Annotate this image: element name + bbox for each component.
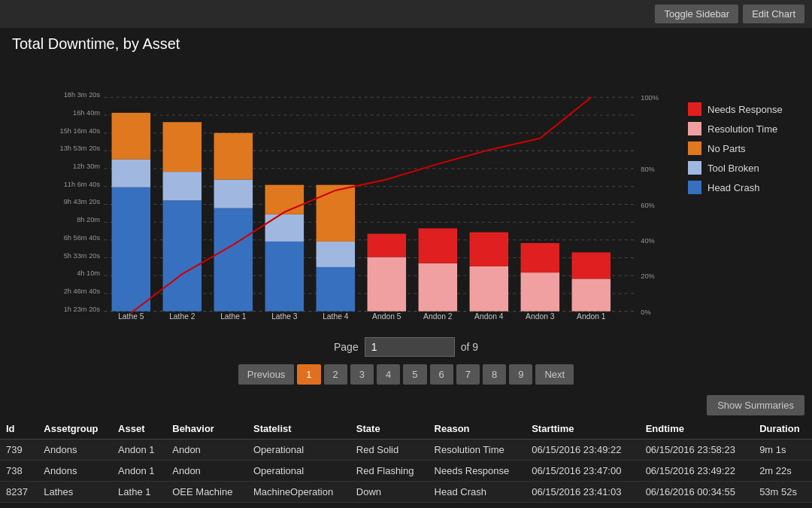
- no-parts-swatch: [688, 141, 701, 155]
- svg-rect-55: [572, 278, 611, 311]
- page-6-button[interactable]: 6: [430, 364, 453, 385]
- svg-text:0%: 0%: [641, 309, 650, 316]
- legend-resolution-time-label: Resolution Time: [707, 123, 777, 135]
- cell-starttime: 06/15/2016 23:47:00: [526, 461, 639, 482]
- tool-broken-swatch: [688, 161, 701, 175]
- cell-id: 8237: [0, 482, 38, 503]
- svg-rect-49: [419, 263, 458, 312]
- svg-text:60%: 60%: [641, 202, 655, 209]
- svg-text:1h 23m 20s: 1h 23m 20s: [64, 306, 101, 313]
- page-2-button[interactable]: 2: [324, 364, 347, 385]
- col-header-state: State: [350, 418, 429, 440]
- page-1-button[interactable]: 1: [297, 364, 320, 385]
- svg-text:20%: 20%: [641, 272, 655, 280]
- show-summaries-row: Show Summaries: [0, 392, 812, 418]
- svg-rect-35: [163, 200, 202, 311]
- svg-text:Andon 5: Andon 5: [372, 312, 401, 321]
- chart-legend: Needs Response Resolution Time No Parts …: [673, 57, 804, 328]
- page-8-button[interactable]: 8: [483, 364, 506, 385]
- svg-rect-54: [521, 243, 560, 272]
- show-summaries-button[interactable]: Show Summaries: [707, 395, 804, 415]
- table-row: 8237LathesLathe 1OEE MachineMachineOpera…: [0, 482, 812, 503]
- table-row: 739AndonsAndon 1AndonOperationalRed Soli…: [0, 440, 812, 461]
- of-label: of 9: [461, 341, 478, 353]
- cell-statelist: Operational: [247, 440, 350, 461]
- legend-head-crash: Head Crash: [688, 181, 789, 194]
- cell-behavior: Andon: [166, 440, 247, 461]
- col-header-asset: Asset: [112, 418, 166, 440]
- svg-text:9h 43m 20s: 9h 43m 20s: [64, 198, 101, 205]
- cell-id: 739: [0, 440, 38, 461]
- page-7-button[interactable]: 7: [456, 364, 480, 385]
- resolution-time-swatch: [688, 122, 701, 135]
- svg-rect-51: [470, 266, 509, 312]
- cell-endtime: 06/16/2016 00:34:55: [640, 482, 753, 503]
- cell-reason: Resolution Time: [429, 440, 526, 461]
- svg-rect-56: [572, 252, 611, 278]
- page-number-input[interactable]: [365, 337, 455, 357]
- cell-assetgroup: Andons: [38, 461, 112, 482]
- cell-starttime: 06/15/2016 23:41:03: [526, 482, 639, 503]
- col-header-starttime: Starttime: [526, 418, 639, 440]
- cell-state: Red Flashing: [350, 461, 429, 482]
- cell-duration: 9m 1s: [753, 440, 812, 461]
- svg-text:Lathe 1: Lathe 1: [220, 312, 247, 321]
- pagination-area: Page of 9 Previous 1 2 3 4 5 6 7 8 9 Nex…: [0, 328, 812, 392]
- topbar: Toggle Sidebar Edit Chart: [0, 0, 812, 28]
- page-5-button[interactable]: 5: [403, 364, 426, 385]
- previous-button[interactable]: Previous: [238, 364, 295, 385]
- svg-text:18h 3m 20s: 18h 3m 20s: [64, 91, 101, 99]
- svg-rect-32: [112, 187, 151, 312]
- svg-text:100%: 100%: [641, 94, 659, 102]
- col-header-endtime: Endtime: [640, 418, 753, 440]
- svg-text:6h 56m 40s: 6h 56m 40s: [64, 234, 101, 242]
- svg-text:4h 10m: 4h 10m: [77, 269, 100, 277]
- svg-rect-44: [317, 267, 356, 312]
- chart-main: 1h 23m 20s 2h 46m 40s 4h 10m 5h 33m 20s …: [8, 65, 673, 321]
- col-header-behavior: Behavior: [166, 418, 247, 440]
- cell-duration: 53m 52s: [753, 482, 812, 503]
- svg-text:Andon 4: Andon 4: [474, 312, 504, 321]
- head-crash-swatch: [688, 181, 701, 194]
- table-header-row: Id Assetgroup Asset Behavior Statelist S…: [0, 418, 812, 440]
- cell-reason: Head Crash: [429, 482, 526, 503]
- edit-chart-button[interactable]: Edit Chart: [743, 5, 804, 23]
- col-header-id: Id: [0, 418, 38, 440]
- page-9-button[interactable]: 9: [509, 364, 532, 385]
- next-button[interactable]: Next: [535, 364, 574, 385]
- svg-rect-52: [470, 233, 509, 266]
- svg-rect-45: [317, 242, 356, 267]
- svg-rect-42: [265, 214, 304, 242]
- legend-needs-response: Needs Response: [688, 102, 789, 116]
- cell-statelist: MachineOperation: [247, 482, 350, 503]
- col-header-assetgroup: Assetgroup: [38, 418, 112, 440]
- legend-needs-response-label: Needs Response: [707, 104, 783, 115]
- cell-asset: Andon 1: [112, 461, 166, 482]
- svg-rect-53: [521, 272, 560, 312]
- svg-text:80%: 80%: [641, 166, 655, 173]
- svg-text:Lathe 4: Lathe 4: [323, 312, 349, 321]
- legend-head-crash-label: Head Crash: [707, 182, 759, 193]
- svg-text:11h 6m 40s: 11h 6m 40s: [64, 181, 101, 188]
- table-body: 739AndonsAndon 1AndonOperationalRed Soli…: [0, 440, 812, 503]
- svg-rect-38: [214, 208, 253, 312]
- page-4-button[interactable]: 4: [377, 364, 400, 385]
- legend-tool-broken: Tool Broken: [688, 161, 789, 175]
- cell-assetgroup: Andons: [38, 440, 112, 461]
- cell-starttime: 06/15/2016 23:49:22: [526, 440, 639, 461]
- data-table: Id Assetgroup Asset Behavior Statelist S…: [0, 418, 812, 503]
- chart-container: 1h 23m 20s 2h 46m 40s 4h 10m 5h 33m 20s …: [0, 57, 812, 328]
- svg-text:Lathe 5: Lathe 5: [118, 312, 144, 321]
- cell-state: Red Solid: [350, 440, 429, 461]
- toggle-sidebar-button[interactable]: Toggle Sidebar: [655, 5, 738, 23]
- page-nav: Previous 1 2 3 4 5 6 7 8 9 Next: [238, 364, 574, 385]
- svg-text:12h 30m: 12h 30m: [73, 163, 100, 170]
- page-3-button[interactable]: 3: [350, 364, 374, 385]
- svg-rect-41: [265, 242, 304, 312]
- cell-endtime: 06/15/2016 23:58:23: [640, 440, 753, 461]
- page-input-row: Page of 9: [334, 337, 478, 357]
- svg-rect-33: [112, 160, 151, 187]
- svg-text:Andon 1: Andon 1: [577, 312, 606, 321]
- needs-response-swatch: [688, 102, 701, 116]
- cell-statelist: Operational: [247, 461, 350, 482]
